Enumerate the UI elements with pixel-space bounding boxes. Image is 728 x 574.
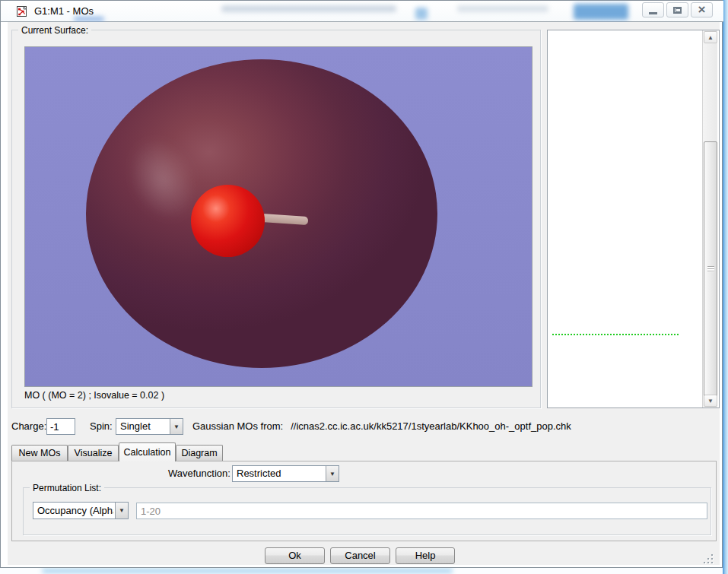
maximize-icon bbox=[673, 7, 682, 14]
scrollbar-grip-icon bbox=[707, 266, 714, 272]
screen: G1:M1 - MOs × Current Surface: MO ( (MO … bbox=[0, 0, 728, 574]
homo-lumo-divider bbox=[552, 334, 679, 335]
charge-label: Charge: bbox=[11, 418, 46, 435]
tab-visualize[interactable]: Visualize bbox=[68, 445, 119, 461]
scroll-up-button[interactable]: ▲ bbox=[704, 31, 717, 43]
title-bar[interactable]: G1:M1 - MOs × bbox=[1, 1, 723, 22]
spin-label: Spin: bbox=[90, 418, 113, 435]
mo-level-list: ▲ ▼ bbox=[547, 30, 720, 408]
source-path: //icnas2.cc.ic.ac.uk/kk5217/1styearlab/K… bbox=[291, 418, 571, 435]
hydrogen-atom bbox=[300, 190, 361, 252]
chevron-down-icon[interactable]: ▼ bbox=[170, 419, 183, 434]
close-icon: × bbox=[698, 3, 706, 17]
wavefunction-select[interactable]: Restricted ▼ bbox=[232, 465, 339, 482]
scroll-down-icon: ▼ bbox=[707, 398, 714, 404]
maximize-button[interactable] bbox=[666, 2, 688, 17]
molecule-3d-viewport[interactable] bbox=[24, 46, 532, 387]
window-controls: × bbox=[642, 2, 713, 17]
source-label: Gaussian MOs from: bbox=[192, 418, 283, 435]
mo-rows bbox=[548, 30, 719, 408]
permutation-list-groupbox: Permutation List: Occupancy (Alpha) ▼ bbox=[23, 487, 711, 535]
tab-new-mos[interactable]: New MOs bbox=[11, 445, 68, 461]
mo-list-scrollbar[interactable]: ▲ ▼ bbox=[702, 30, 717, 408]
app-icon bbox=[16, 5, 28, 17]
chevron-down-icon[interactable]: ▼ bbox=[115, 503, 128, 519]
oxygen-atom bbox=[191, 185, 265, 257]
close-button[interactable]: × bbox=[691, 2, 713, 17]
permutation-type-value: Occupancy (Alpha) bbox=[37, 503, 113, 519]
desktop-backdrop-right bbox=[723, 0, 728, 574]
ok-button[interactable]: Ok bbox=[265, 547, 325, 564]
window-title: G1:M1 - MOs bbox=[34, 1, 94, 22]
cancel-button[interactable]: Cancel bbox=[330, 547, 390, 564]
permutation-type-select[interactable]: Occupancy (Alpha) ▼ bbox=[33, 502, 129, 519]
current-surface-label: Current Surface: bbox=[18, 25, 91, 36]
minimize-button[interactable] bbox=[642, 2, 664, 17]
permutation-input[interactable] bbox=[136, 503, 707, 519]
tab-diagram[interactable]: Diagram bbox=[176, 445, 223, 461]
spin-value: Singlet bbox=[120, 419, 168, 434]
wavefunction-label: Wavefunction: bbox=[168, 465, 230, 482]
scroll-up-icon: ▲ bbox=[707, 34, 714, 41]
desktop-backdrop-bottom bbox=[0, 568, 723, 574]
wavefunction-value: Restricted bbox=[237, 466, 324, 481]
calculation-tab-panel: Wavefunction: Restricted ▼ Adjust Occupa… bbox=[11, 461, 717, 541]
surface-caption: MO ( (MO = 2) ; Isovalue = 0.02 ) bbox=[24, 390, 164, 401]
resize-grip[interactable] bbox=[701, 553, 716, 565]
help-button[interactable]: Help bbox=[396, 547, 455, 564]
scrollbar-thumb[interactable] bbox=[704, 141, 717, 397]
chevron-down-icon[interactable]: ▼ bbox=[326, 466, 339, 481]
source-line: Gaussian MOs from: //icnas2.cc.ic.ac.uk/… bbox=[192, 418, 571, 435]
scroll-down-button[interactable]: ▼ bbox=[704, 395, 717, 407]
minimize-icon bbox=[649, 12, 657, 14]
spin-select[interactable]: Singlet ▼ bbox=[116, 418, 183, 435]
permutation-list-label: Permutation List: bbox=[30, 483, 104, 493]
mos-dialog-window: G1:M1 - MOs × Current Surface: MO ( (MO … bbox=[0, 0, 723, 568]
current-surface-groupbox: Current Surface: MO ( (MO = 2) ; Isovalu… bbox=[11, 30, 541, 408]
charge-input[interactable] bbox=[46, 418, 75, 435]
tab-calculation[interactable]: Calculation bbox=[119, 442, 176, 461]
